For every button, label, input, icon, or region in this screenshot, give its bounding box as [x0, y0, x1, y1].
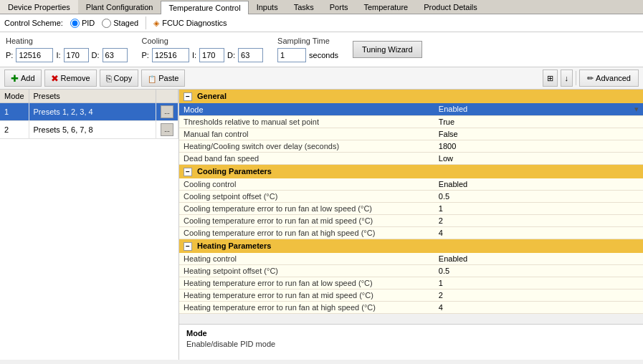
property-name: Mode	[179, 103, 434, 116]
copy-label: Copy	[114, 74, 133, 82]
property-value: False	[434, 128, 643, 140]
property-row[interactable]: Cooling temperature error to run fan at …	[179, 203, 643, 215]
heating-i-label: I:	[56, 51, 60, 59]
nav-tab-temperature[interactable]: Temperature	[356, 0, 416, 14]
fcuc-label-text: FCUC Diagnostics	[162, 19, 227, 27]
main-area: Mode Presets 1 Presets 1, 2, 3, 4 ... 2 …	[0, 90, 643, 360]
description-title: Mode	[186, 329, 636, 337]
property-row[interactable]: Thresholds relative to manual set point …	[179, 116, 643, 128]
nav-tab-product-details[interactable]: Product Details	[416, 0, 485, 14]
nav-tab-device-properties[interactable]: Device Properties	[0, 0, 78, 14]
sampling-label: Sampling Time	[277, 37, 338, 45]
preset-name-cell: Presets 5, 6, 7, 8	[29, 121, 156, 139]
preset-action-cell[interactable]: ...	[156, 103, 178, 121]
sampling-unit: seconds	[309, 51, 338, 59]
copy-icon	[106, 73, 112, 84]
property-row[interactable]: Cooling control Enabled	[179, 178, 643, 191]
remove-button[interactable]: Remove	[44, 70, 97, 87]
preset-row[interactable]: 1 Presets 1, 2, 3, 4 ...	[0, 103, 178, 121]
property-row[interactable]: Heating temperature error to run fan at …	[179, 289, 643, 302]
nav-tab-inputs[interactable]: Inputs	[249, 0, 286, 14]
pencil-icon	[587, 74, 594, 83]
nav-tab-tasks[interactable]: Tasks	[286, 0, 322, 14]
property-row[interactable]: Mode Enabled▾	[179, 103, 643, 116]
collapse-icon[interactable]: −	[184, 168, 192, 176]
description-panel: Mode Enable/disable PID mode	[179, 324, 643, 360]
pid-radio[interactable]	[70, 19, 80, 28]
heating-i-input[interactable]	[64, 48, 89, 62]
pid-radio-label[interactable]: PID	[70, 19, 95, 28]
tuning-wizard-button[interactable]: Tuning Wizard	[353, 41, 422, 58]
add-button[interactable]: Add	[4, 70, 42, 87]
cooling-fields: P: I: D:	[142, 48, 264, 62]
nav-tab-temperature-control[interactable]: Temperature Control	[161, 1, 248, 14]
fcuc-diagnostics[interactable]: FCUC Diagnostics	[153, 19, 227, 28]
staged-label: Staged	[113, 19, 138, 27]
property-row[interactable]: Cooling setpoint offset (°C) 0.5	[179, 191, 643, 203]
cooling-p-input[interactable]	[152, 48, 189, 62]
dropdown-arrow[interactable]: ▾	[634, 105, 639, 114]
property-row[interactable]: Dead band fan speed Low	[179, 153, 643, 165]
property-row[interactable]: Heating temperature error to run fan at …	[179, 277, 643, 289]
property-value: 1	[434, 277, 643, 289]
preset-mode-cell: 2	[0, 121, 29, 139]
remove-label: Remove	[61, 74, 90, 82]
property-name: Cooling temperature error to run fan at …	[179, 215, 434, 227]
collapse-icon[interactable]: −	[184, 92, 192, 101]
cooling-i-label: I:	[192, 51, 196, 59]
control-scheme-label: Control Scheme:	[4, 19, 63, 27]
staged-radio[interactable]	[102, 19, 111, 28]
property-row[interactable]: Cooling temperature error to run fan at …	[179, 215, 643, 227]
property-row[interactable]: Heating control Enabled	[179, 253, 643, 265]
property-value: 4	[434, 227, 643, 239]
nav-tab-plant-configuration[interactable]: Plant Configuration	[78, 0, 161, 14]
property-value: 0.5	[434, 265, 643, 277]
property-name: Heating control	[179, 253, 434, 265]
properties-table: − General Mode Enabled▾ Thresholds relat…	[179, 90, 643, 324]
preset-options-button[interactable]: ...	[161, 123, 173, 136]
preset-name-cell: Presets 1, 2, 3, 4	[29, 103, 156, 121]
staged-radio-label[interactable]: Staged	[102, 19, 138, 28]
cooling-d-label: D:	[227, 51, 235, 59]
sampling-fields: seconds	[277, 48, 338, 62]
sort-icon: ⊞	[547, 74, 553, 83]
nav-tab-ports[interactable]: Ports	[322, 0, 356, 14]
property-row[interactable]: Heating temperature error to run fan at …	[179, 302, 643, 314]
copy-button[interactable]: Copy	[100, 70, 139, 87]
cooling-i-input[interactable]	[199, 48, 224, 62]
second-toolbar: Add Remove Copy Paste ⊞ ↓ Advanced	[0, 67, 643, 90]
section-title: General	[197, 92, 227, 100]
sep	[576, 71, 576, 85]
section-header-row: − General	[179, 90, 643, 103]
right-panel: − General Mode Enabled▾ Thresholds relat…	[179, 90, 643, 360]
heating-d-input[interactable]	[103, 48, 128, 62]
collapse-icon[interactable]: −	[184, 242, 192, 251]
property-row[interactable]: Manual fan control False	[179, 128, 643, 140]
sort-button-1[interactable]: ⊞	[543, 70, 558, 87]
sort-button-2[interactable]: ↓	[561, 70, 573, 87]
property-row[interactable]: Heating setpoint offset (°C) 0.5	[179, 265, 643, 277]
heating-p-input[interactable]	[16, 48, 53, 62]
toolbar-row: Control Scheme: PID Staged FCUC Diagnost…	[0, 14, 643, 32]
property-value: 2	[434, 289, 643, 302]
property-row[interactable]: Cooling temperature error to run fan at …	[179, 227, 643, 239]
advanced-label: Advanced	[596, 74, 631, 82]
preset-action-cell[interactable]: ...	[156, 121, 178, 139]
paste-button[interactable]: Paste	[141, 70, 185, 87]
preset-options-button[interactable]: ...	[161, 105, 173, 118]
preset-row[interactable]: 2 Presets 5, 6, 7, 8 ...	[0, 121, 178, 139]
property-name: Dead band fan speed	[179, 153, 434, 165]
section-header-row: − Heating Parameters	[179, 239, 643, 254]
pid-label: PID	[82, 19, 95, 27]
cooling-d-input[interactable]	[238, 48, 263, 62]
advanced-button[interactable]: Advanced	[579, 70, 639, 87]
divider	[146, 16, 146, 29]
sampling-input[interactable]	[277, 48, 306, 62]
heating-fields: P: I: D:	[6, 48, 128, 62]
property-value: 2	[434, 215, 643, 227]
presets-header-row: Mode Presets	[0, 90, 178, 103]
property-row[interactable]: Heating/Cooling switch over delay (secon…	[179, 140, 643, 153]
property-name: Manual fan control	[179, 128, 434, 140]
heating-label: Heating	[6, 37, 128, 45]
add-label: Add	[21, 74, 35, 82]
